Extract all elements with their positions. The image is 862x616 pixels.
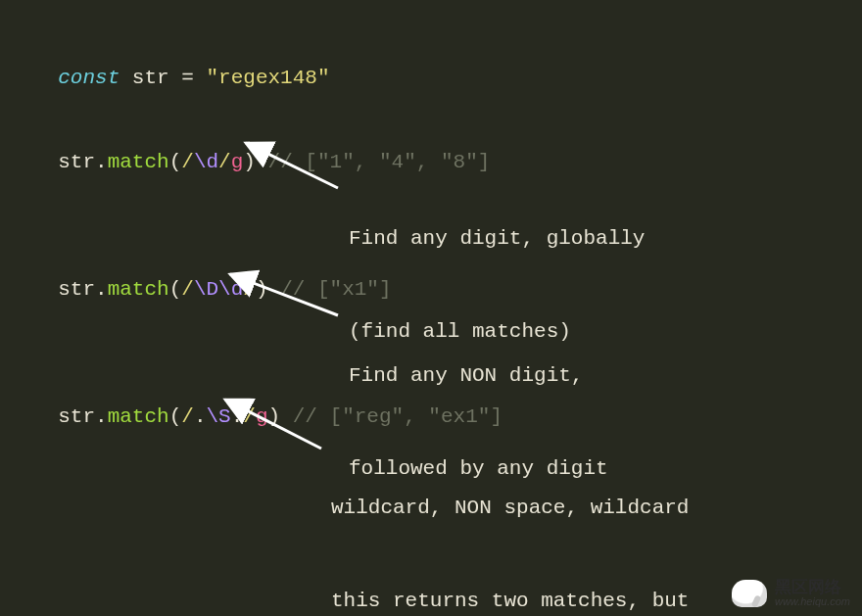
dot: .: [95, 278, 108, 301]
regex-dot: .: [231, 405, 244, 428]
paren-open: (: [169, 405, 182, 428]
keyword-const: const: [58, 67, 120, 89]
regex-flag-g: g: [231, 151, 244, 173]
paren-close: ): [268, 405, 293, 428]
regex-escape-d: \d: [194, 151, 218, 173]
regex-delim: /: [181, 151, 194, 173]
method-match: match: [108, 405, 169, 428]
watermark-text: 黑区网络 www.heiqu.com: [775, 579, 850, 608]
identifier-str: str: [120, 67, 181, 89]
method-match: match: [108, 151, 169, 173]
code-line-match-3: str.match(/.\S./g) // ["reg", "ex1"]: [33, 370, 503, 432]
annotation-3: wildcard, NON space, wildcard this retur…: [331, 431, 701, 616]
dot: .: [95, 405, 108, 428]
regex-dot: .: [194, 405, 207, 428]
string-literal: "regex148": [206, 67, 329, 89]
method-match: match: [108, 278, 169, 301]
paren-open: (: [169, 151, 182, 173]
identifier-str: str: [58, 278, 95, 301]
comment-result-2: // ["x1"]: [280, 278, 391, 301]
paren-close: ): [243, 151, 267, 173]
comment-result-3: // ["reg", "ex1"]: [293, 405, 503, 428]
code-illustration: { "line_const": { "keyword": "const", "i…: [0, 0, 862, 616]
operator-eq: =: [181, 67, 206, 89]
regex-flag-g: g: [256, 405, 268, 428]
regex-delim: /: [218, 151, 231, 173]
regex-delim: /: [243, 405, 256, 428]
code-line-const: const str = "regex148": [33, 31, 330, 93]
regex-escape-d: \d: [218, 278, 243, 301]
paren-close: ): [256, 278, 280, 301]
regex-delim: /: [181, 278, 194, 301]
watermark-url: www.heiqu.com: [775, 595, 850, 608]
annotation-1-line-1: Find any digit, globally: [349, 223, 645, 255]
regex-escape-S: \S: [206, 405, 230, 428]
regex-escape-D: \D: [194, 278, 218, 301]
code-line-match-2: str.match(/\D\d/) // ["x1"]: [33, 243, 392, 305]
watermark: 黑区网络 www.heiqu.com: [732, 579, 850, 608]
annotation-3-line-2: this returns two matches, but: [331, 586, 701, 617]
regex-delim: /: [243, 278, 256, 301]
identifier-str: str: [58, 405, 95, 428]
annotation-3-line-1: wildcard, NON space, wildcard: [331, 493, 701, 524]
regex-delim: /: [181, 405, 194, 428]
watermark-title: 黑区网络: [775, 579, 850, 595]
identifier-str: str: [58, 151, 95, 173]
paren-open: (: [169, 278, 182, 301]
mushroom-icon: [732, 580, 767, 607]
dot: .: [95, 151, 108, 173]
